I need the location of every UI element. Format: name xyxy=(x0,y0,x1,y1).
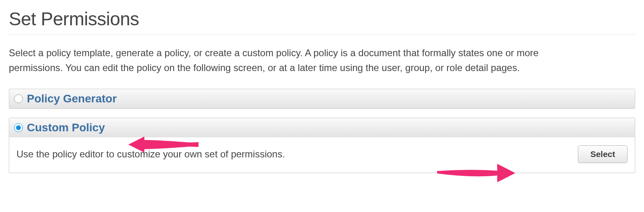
policy-generator-radio[interactable] xyxy=(14,94,23,103)
custom-policy-label: Custom Policy xyxy=(27,121,105,134)
title-divider xyxy=(9,35,635,35)
custom-policy-body: Use the policy editor to customize your … xyxy=(9,137,635,173)
custom-policy-option: Custom Policy Use the policy editor to c… xyxy=(9,118,635,173)
custom-policy-radio[interactable] xyxy=(14,123,23,132)
policy-generator-header[interactable]: Policy Generator xyxy=(9,89,635,108)
custom-policy-header[interactable]: Custom Policy xyxy=(9,118,635,137)
page-title: Set Permissions xyxy=(9,8,635,30)
policy-generator-option: Policy Generator xyxy=(9,89,635,109)
custom-policy-description: Use the policy editor to customize your … xyxy=(16,149,285,160)
policy-generator-label: Policy Generator xyxy=(27,92,117,105)
intro-text: Select a policy template, generate a pol… xyxy=(9,45,582,75)
select-button[interactable]: Select xyxy=(578,145,628,163)
